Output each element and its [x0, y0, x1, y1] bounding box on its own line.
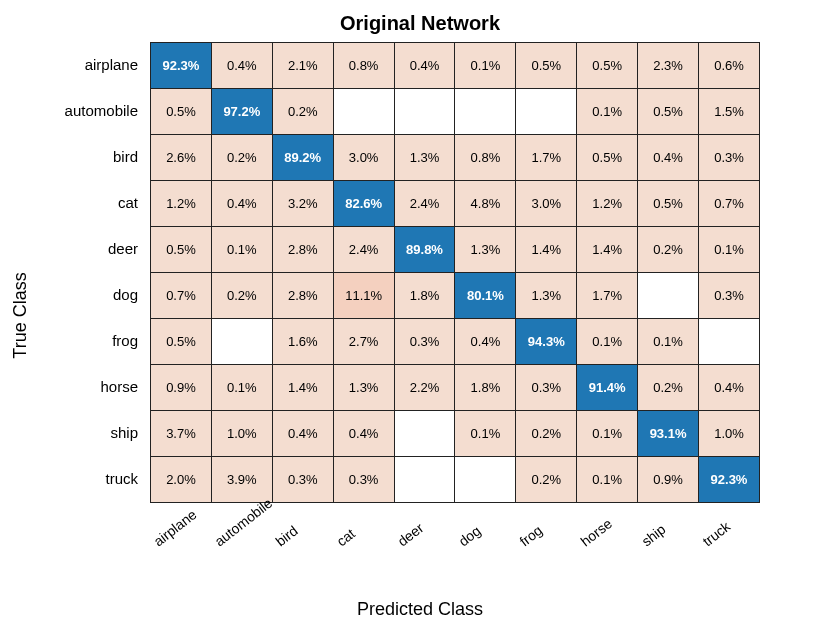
heatmap-cell: 2.8%	[272, 227, 333, 273]
heatmap-cell: 0.2%	[516, 457, 577, 503]
heatmap-cell: 0.4%	[638, 135, 699, 181]
row-labels: airplaneautomobilebirdcatdeerdogfroghors…	[0, 42, 146, 502]
row-label: automobile	[0, 88, 146, 134]
heatmap-cell: 0.6%	[699, 43, 760, 89]
heatmap-cell: 0.8%	[333, 43, 394, 89]
heatmap-cell: 3.2%	[272, 181, 333, 227]
heatmap-cell: 2.8%	[272, 273, 333, 319]
heatmap-cell: 0.5%	[151, 319, 212, 365]
heatmap-cell: 2.1%	[272, 43, 333, 89]
heatmap-cell: 0.4%	[211, 181, 272, 227]
heatmap-cell: 0.2%	[211, 273, 272, 319]
row-label: dog	[0, 272, 146, 318]
heatmap-cell: 0.7%	[151, 273, 212, 319]
heatmap-cell: 0.3%	[333, 457, 394, 503]
heatmap-cell: 0.2%	[211, 135, 272, 181]
heatmap-cell: 0.4%	[211, 43, 272, 89]
col-label: bird	[272, 499, 330, 549]
heatmap-cell: 1.8%	[455, 365, 516, 411]
row-label: bird	[0, 134, 146, 180]
heatmap-cell: 94.3%	[516, 319, 577, 365]
heatmap-cell: 1.0%	[211, 411, 272, 457]
heatmap-cell: 1.7%	[577, 273, 638, 319]
heatmap-cell: 0.3%	[516, 365, 577, 411]
heatmap-cell	[394, 457, 455, 503]
heatmap-grid: 92.3%0.4%2.1%0.8%0.4%0.1%0.5%0.5%2.3%0.6…	[150, 42, 760, 503]
x-axis-label: Predicted Class	[0, 599, 840, 620]
heatmap-cell	[455, 89, 516, 135]
heatmap-cell: 3.7%	[151, 411, 212, 457]
heatmap-cell: 0.2%	[638, 227, 699, 273]
heatmap-cell: 1.6%	[272, 319, 333, 365]
heatmap-cell: 89.2%	[272, 135, 333, 181]
heatmap-cell: 0.1%	[577, 411, 638, 457]
heatmap-cell: 0.2%	[272, 89, 333, 135]
heatmap-cell: 1.0%	[699, 411, 760, 457]
heatmap-cell: 0.7%	[699, 181, 760, 227]
row-label: horse	[0, 364, 146, 410]
heatmap-cell: 0.9%	[151, 365, 212, 411]
heatmap-cell	[455, 457, 516, 503]
heatmap-cell: 0.1%	[577, 457, 638, 503]
heatmap-cell: 0.4%	[699, 365, 760, 411]
heatmap-cell	[394, 411, 455, 457]
heatmap-cell	[211, 319, 272, 365]
heatmap-cell: 80.1%	[455, 273, 516, 319]
col-label: truck	[699, 499, 757, 549]
heatmap-cell	[394, 89, 455, 135]
heatmap-cell: 0.5%	[638, 89, 699, 135]
heatmap-cell: 2.0%	[151, 457, 212, 503]
heatmap-cell: 0.4%	[394, 43, 455, 89]
heatmap-cell: 1.2%	[151, 181, 212, 227]
heatmap-cell: 3.0%	[333, 135, 394, 181]
row-label: cat	[0, 180, 146, 226]
heatmap-cell: 97.2%	[211, 89, 272, 135]
col-label: dog	[455, 499, 513, 549]
heatmap-cell: 1.4%	[272, 365, 333, 411]
heatmap-cell: 0.1%	[699, 227, 760, 273]
heatmap-cell: 0.5%	[151, 227, 212, 273]
heatmap-cell: 0.1%	[455, 43, 516, 89]
column-labels: airplaneautomobilebirdcatdeerdogfroghors…	[150, 506, 760, 576]
heatmap-cell: 0.3%	[272, 457, 333, 503]
heatmap-cell: 0.2%	[638, 365, 699, 411]
heatmap-cell: 3.0%	[516, 181, 577, 227]
heatmap-cell: 0.3%	[394, 319, 455, 365]
col-label: cat	[333, 499, 391, 549]
heatmap-cell: 2.3%	[638, 43, 699, 89]
heatmap-cell: 1.4%	[516, 227, 577, 273]
heatmap-cell: 1.3%	[516, 273, 577, 319]
heatmap-cell: 1.3%	[394, 135, 455, 181]
col-label: horse	[577, 499, 635, 549]
heatmap-cell: 1.2%	[577, 181, 638, 227]
heatmap-cell: 1.8%	[394, 273, 455, 319]
heatmap-cell: 0.5%	[638, 181, 699, 227]
heatmap-cell	[516, 89, 577, 135]
heatmap-cell: 0.1%	[211, 227, 272, 273]
row-label: frog	[0, 318, 146, 364]
heatmap-cell: 2.7%	[333, 319, 394, 365]
heatmap-cell: 0.4%	[333, 411, 394, 457]
heatmap-cell: 0.5%	[577, 135, 638, 181]
chart-title: Original Network	[0, 12, 840, 35]
col-label: deer	[394, 499, 452, 549]
heatmap-cell: 1.7%	[516, 135, 577, 181]
heatmap-cell: 92.3%	[151, 43, 212, 89]
row-label: ship	[0, 410, 146, 456]
heatmap-cell: 2.2%	[394, 365, 455, 411]
heatmap-cell: 1.3%	[333, 365, 394, 411]
heatmap-cell: 4.8%	[455, 181, 516, 227]
row-label: deer	[0, 226, 146, 272]
row-label: airplane	[0, 42, 146, 88]
heatmap-cell: 0.4%	[455, 319, 516, 365]
heatmap-cell: 11.1%	[333, 273, 394, 319]
heatmap-cell: 0.1%	[577, 89, 638, 135]
heatmap-cell: 1.3%	[455, 227, 516, 273]
heatmap-cell: 0.3%	[699, 135, 760, 181]
heatmap-cell	[638, 273, 699, 319]
confusion-matrix-chart: Original Network True Class airplaneauto…	[0, 0, 840, 630]
heatmap-cell	[699, 319, 760, 365]
heatmap-cell: 0.2%	[516, 411, 577, 457]
heatmap-cell: 2.4%	[333, 227, 394, 273]
col-label: frog	[516, 499, 574, 549]
